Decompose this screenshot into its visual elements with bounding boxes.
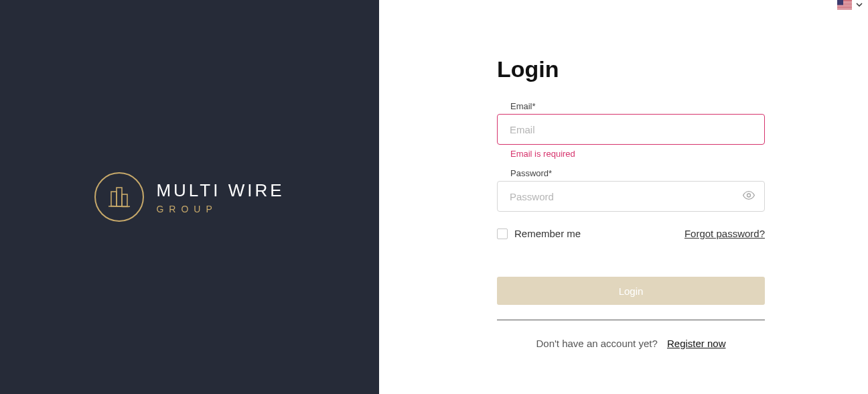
toggle-password-visibility-button[interactable] bbox=[742, 189, 755, 204]
form-panel: Login Email* Email is required Password* bbox=[379, 0, 868, 394]
svg-rect-7 bbox=[837, 5, 852, 6]
email-label: Email* bbox=[510, 101, 765, 111]
email-input[interactable] bbox=[497, 114, 765, 145]
eye-icon bbox=[742, 189, 755, 204]
brand-line1: MULTI WIRE bbox=[156, 180, 284, 201]
password-input[interactable] bbox=[497, 181, 765, 212]
register-prompt: Don't have an account yet? bbox=[536, 338, 657, 349]
login-form: Login Email* Email is required Password* bbox=[497, 56, 765, 349]
flag-usa-icon bbox=[837, 0, 852, 9]
password-label: Password* bbox=[510, 168, 765, 178]
brand-panel: MULTI WIRE GROUP bbox=[0, 0, 379, 394]
register-row: Don't have an account yet? Register now bbox=[497, 338, 765, 349]
email-error-message: Email is required bbox=[510, 149, 765, 159]
brand-line2: GROUP bbox=[156, 204, 284, 214]
email-field-group: Email* Email is required bbox=[497, 101, 765, 159]
language-selector[interactable] bbox=[837, 0, 863, 9]
register-link[interactable]: Register now bbox=[667, 338, 726, 349]
brand-block: MULTI WIRE GROUP bbox=[94, 172, 284, 222]
svg-rect-9 bbox=[837, 8, 852, 9]
brand-text: MULTI WIRE GROUP bbox=[156, 180, 284, 214]
page-title: Login bbox=[497, 56, 765, 82]
svg-rect-10 bbox=[837, 0, 843, 5]
chevron-down-icon bbox=[856, 1, 863, 8]
svg-point-11 bbox=[747, 194, 751, 197]
svg-rect-0 bbox=[111, 192, 117, 206]
password-field-group: Password* bbox=[497, 168, 765, 212]
svg-rect-1 bbox=[117, 188, 122, 206]
remember-me-wrap: Remember me bbox=[497, 228, 581, 239]
forgot-password-link[interactable]: Forgot password? bbox=[684, 228, 765, 239]
remember-me-label: Remember me bbox=[514, 228, 581, 239]
svg-rect-8 bbox=[837, 7, 852, 7]
remember-me-checkbox[interactable] bbox=[497, 228, 508, 239]
divider bbox=[497, 320, 765, 320]
svg-rect-2 bbox=[122, 194, 127, 206]
remember-forgot-row: Remember me Forgot password? bbox=[497, 228, 765, 239]
brand-logo-icon bbox=[94, 172, 144, 222]
login-button[interactable]: Login bbox=[497, 277, 765, 305]
